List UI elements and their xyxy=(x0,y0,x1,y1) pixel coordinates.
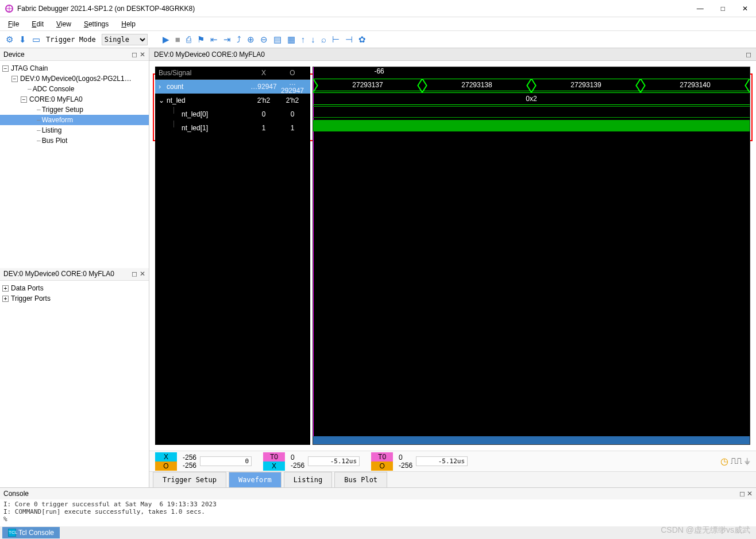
stop-icon[interactable]: ■ xyxy=(175,34,180,44)
panel-float-icon[interactable]: ◻ xyxy=(739,490,745,498)
tab-trigger-setup[interactable]: Trigger Setup xyxy=(153,472,226,487)
trigger-mode-label: Trigger Mode xyxy=(46,36,96,44)
device-panel-header: Device ◻ ✕ xyxy=(0,48,149,61)
tcl-console-tab[interactable]: TCL Tcl Console xyxy=(2,527,60,538)
panel-float-icon[interactable]: ◻ xyxy=(132,51,137,59)
diff-input-1[interactable] xyxy=(200,456,252,466)
ports-tree[interactable]: +Data Ports +Trigger Ports xyxy=(0,281,149,488)
menu-edit[interactable]: Edit xyxy=(32,20,44,28)
grid-icon[interactable]: ▦ xyxy=(287,34,295,45)
tree-adc-console[interactable]: –ADC Console xyxy=(0,84,149,94)
tree-listing[interactable]: –Listing xyxy=(0,125,149,135)
panel-close-icon[interactable]: ✕ xyxy=(747,490,753,498)
cursor-box-xo: X O -256 -256 xyxy=(155,452,252,471)
tcl-icon: TCL xyxy=(8,529,16,537)
tab-listheader[interactable]: Listing xyxy=(284,472,333,487)
watermark: CSDN @虚无缥缈vs威武 xyxy=(661,525,750,536)
col-x: X xyxy=(249,69,278,77)
signal-list[interactable]: Bus/Signal X O › count …92947 …292947 ⌄ … xyxy=(155,67,310,445)
diff-input-2[interactable] xyxy=(308,456,360,466)
device-icon[interactable]: ▭ xyxy=(32,34,40,45)
tree-data-ports[interactable]: +Data Ports xyxy=(0,283,149,293)
down-icon[interactable]: ↓ xyxy=(311,34,315,44)
col-o: O xyxy=(278,69,307,77)
analog-icon[interactable]: ⏚ xyxy=(745,456,750,467)
trigger-mode-select[interactable]: Single xyxy=(102,34,148,45)
signal-row-ntled1[interactable]: nt_led[1] 1 1 xyxy=(155,121,310,135)
diff-input-3[interactable] xyxy=(416,456,468,466)
tool-icon-6[interactable]: ⌕ xyxy=(321,34,326,44)
minimize-button[interactable]: — xyxy=(693,3,707,14)
close-button[interactable]: ✕ xyxy=(739,3,751,14)
tool-icon-5[interactable]: ⤴ xyxy=(237,34,241,44)
wave-row-ntled0 xyxy=(313,106,750,120)
tab-waveform[interactable]: Waveform xyxy=(229,472,281,487)
cursor-box-t0x: T0 X 0 -256 xyxy=(263,452,360,471)
ports-panel-title: DEV:0 MyDevice0 CORE:0 MyFLA0 xyxy=(3,270,114,278)
device-tree[interactable]: −JTAG Chain −DEV:0 MyDevice0(Logos2-PG2L… xyxy=(0,61,149,268)
waveform-title: DEV:0 MyDevice0 CORE:0 MyFLA0 xyxy=(154,51,265,59)
wave-row-count: 27293137 27293138 27293139 27293140 xyxy=(313,79,750,92)
ports-panel-header: DEV:0 MyDevice0 CORE:0 MyFLA0 ◻ ✕ xyxy=(0,268,149,281)
menu-view[interactable]: View xyxy=(56,20,71,28)
tree-jtag-chain[interactable]: −JTAG Chain xyxy=(0,63,149,73)
fit-icon[interactable]: ▤ xyxy=(273,34,281,45)
app-icon xyxy=(5,4,14,13)
view-tabs: Trigger Setup Waveform Listing Bus Plot xyxy=(149,471,756,487)
tool-icon-3[interactable]: ⇤ xyxy=(210,34,218,45)
waveform-view[interactable]: -66 27293137 27293138 27293139 27293140 xyxy=(313,67,750,445)
waveform-header: DEV:0 MyDevice0 CORE:0 MyFLA0 ◻ xyxy=(149,48,756,61)
time-scale: -66 xyxy=(313,67,750,77)
tool-icon-8[interactable]: ⊣ xyxy=(345,34,353,45)
waveform-area: Bus/Signal X O › count …92947 …292947 ⌄ … xyxy=(149,61,756,451)
expand-icon[interactable]: › xyxy=(159,83,167,91)
menu-file[interactable]: File xyxy=(8,20,19,28)
toolbar: ⚙ ⬇ ▭ Trigger Mode Single ▶ ■ ⎙ ⚑ ⇤ ⇥ ⤴ … xyxy=(0,31,756,48)
maximize-button[interactable]: □ xyxy=(718,3,728,14)
panel-float-icon[interactable]: ◻ xyxy=(746,51,751,59)
h-scrollbar[interactable] xyxy=(313,436,750,444)
menubar: File Edit View Settings Help xyxy=(0,17,756,31)
signal-row-ntled0[interactable]: nt_led[0] 0 0 xyxy=(155,107,310,121)
digital-icon[interactable]: ⎍⎍ xyxy=(731,456,742,467)
cursor-box-t0o: T0 O 0 -256 xyxy=(371,452,468,471)
tree-waveform[interactable]: –Waveform xyxy=(0,115,149,125)
signal-row-ntled[interactable]: ⌄ nt_led 2'h2 2'h2 xyxy=(155,94,310,107)
settings-icon[interactable]: ✿ xyxy=(358,34,366,45)
wave-row-ntled: 0x2 xyxy=(313,92,750,106)
tab-bus-plot[interactable]: Bus Plot xyxy=(334,472,387,487)
console-title: Console xyxy=(3,490,29,498)
col-bus-signal: Bus/Signal xyxy=(159,69,249,77)
titlebar: Fabric Debugger 2021.4-SP1.2 (on DESKTOP… xyxy=(0,0,756,17)
tree-bus-plot[interactable]: –Bus Plot xyxy=(0,135,149,146)
tool-icon-2[interactable]: ⚑ xyxy=(197,34,205,45)
tree-trigger-setup[interactable]: –Trigger Setup xyxy=(0,104,149,115)
tool-icon-1[interactable]: ⎙ xyxy=(186,34,191,44)
download-icon[interactable]: ⬇ xyxy=(19,34,26,45)
tool-icon-4[interactable]: ⇥ xyxy=(223,34,231,45)
zoom-out-icon[interactable]: ⊖ xyxy=(260,34,268,45)
window-title: Fabric Debugger 2021.4-SP1.2 (on DESKTOP… xyxy=(17,5,693,13)
device-panel-title: Device xyxy=(3,51,25,59)
panel-close-icon[interactable]: ✕ xyxy=(140,270,145,278)
menu-help[interactable]: Help xyxy=(121,20,136,28)
wave-row-ntled1 xyxy=(313,120,750,134)
cursor-status-row: X O -256 -256 T0 X 0 -256 xyxy=(149,451,756,471)
console-output[interactable]: I: Core 0 trigger successful at Sat May … xyxy=(0,499,756,526)
menu-settings[interactable]: Settings xyxy=(84,20,109,28)
signal-row-count[interactable]: › count …92947 …292947 xyxy=(155,80,310,94)
tree-core[interactable]: −CORE:0 MyFLA0 xyxy=(0,94,149,104)
tool-icon-7[interactable]: ⊢ xyxy=(332,34,340,45)
connect-icon[interactable]: ⚙ xyxy=(6,34,13,45)
tree-trigger-ports[interactable]: +Trigger Ports xyxy=(0,293,149,304)
run-icon[interactable]: ▶ xyxy=(163,34,169,45)
panel-float-icon[interactable]: ◻ xyxy=(132,270,137,278)
panel-close-icon[interactable]: ✕ xyxy=(140,51,145,59)
clock-icon[interactable]: ◷ xyxy=(720,456,728,467)
console-panel: Console ◻ ✕ I: Core 0 trigger successful… xyxy=(0,487,756,539)
tree-device[interactable]: −DEV:0 MyDevice0(Logos2-PG2L1… xyxy=(0,73,149,84)
up-icon[interactable]: ↑ xyxy=(301,34,306,44)
zoom-in-icon[interactable]: ⊕ xyxy=(247,34,254,45)
collapse-icon[interactable]: ⌄ xyxy=(159,96,167,104)
